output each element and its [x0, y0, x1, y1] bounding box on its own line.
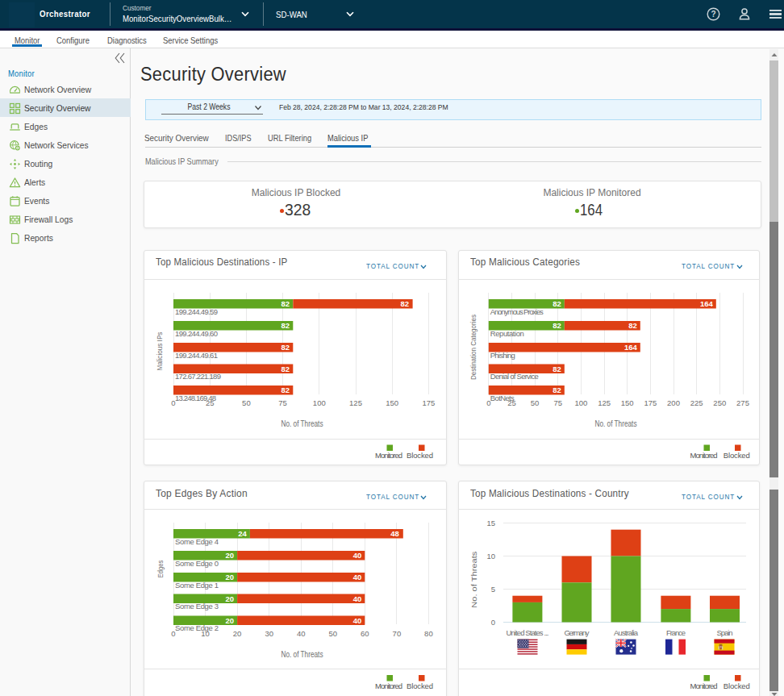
svg-text:199.244.49.59: 199.244.49.59 [175, 307, 218, 316]
svg-text:75: 75 [554, 398, 563, 407]
svg-text:20: 20 [226, 551, 235, 560]
svg-text:75: 75 [278, 398, 287, 407]
svg-text:172.67.221.189: 172.67.221.189 [175, 372, 221, 381]
svg-text:25: 25 [206, 398, 215, 407]
svg-text:50: 50 [242, 398, 251, 407]
svg-text:24: 24 [238, 529, 247, 538]
svg-text:Blocked: Blocked [724, 451, 750, 460]
svg-text:50: 50 [329, 629, 338, 638]
svg-text:250: 250 [713, 398, 726, 407]
svg-text:150: 150 [621, 398, 634, 407]
svg-text:30: 30 [265, 629, 273, 638]
svg-text:Blocked: Blocked [407, 451, 433, 460]
svg-text:0: 0 [171, 629, 175, 638]
svg-text:125: 125 [598, 398, 611, 407]
svg-text:40: 40 [353, 594, 362, 603]
svg-text:Germany: Germany [565, 628, 590, 637]
svg-text:164: 164 [624, 343, 638, 352]
svg-text:150: 150 [386, 398, 398, 407]
svg-text:15: 15 [486, 519, 495, 527]
svg-text:United States ...: United States ... [507, 628, 549, 637]
svg-text:164: 164 [700, 299, 714, 308]
svg-text:40: 40 [353, 573, 362, 581]
svg-text:No. of Threats: No. of Threats [595, 419, 637, 428]
svg-text:70: 70 [393, 629, 402, 638]
svg-text:82: 82 [553, 365, 561, 373]
svg-text:82: 82 [553, 299, 561, 308]
svg-text:Blocked: Blocked [724, 681, 750, 690]
svg-text:82: 82 [281, 321, 290, 330]
svg-text:Destination Categories: Destination Categories [469, 315, 478, 380]
svg-text:10: 10 [486, 552, 495, 561]
svg-text:10: 10 [201, 629, 210, 638]
svg-text:Blocked: Blocked [407, 681, 433, 690]
svg-text:Monitored: Monitored [690, 681, 718, 690]
svg-text:Some Edge 3: Some Edge 3 [175, 602, 219, 611]
svg-text:Phishing: Phishing [490, 351, 515, 360]
svg-text:175: 175 [644, 398, 657, 407]
svg-text:82: 82 [281, 365, 290, 373]
svg-text:Monitored: Monitored [375, 681, 402, 690]
svg-text:225: 225 [690, 398, 703, 407]
svg-text:40: 40 [353, 616, 362, 625]
svg-text:20: 20 [233, 629, 242, 638]
svg-text:Spain: Spain [717, 628, 733, 637]
svg-text:40: 40 [297, 629, 306, 638]
svg-text:Reputation: Reputation [490, 329, 524, 338]
svg-text:82: 82 [400, 299, 409, 308]
svg-text:275: 275 [736, 398, 749, 407]
svg-text:Some Edge 4: Some Edge 4 [175, 537, 219, 546]
svg-text:Some Edge 0: Some Edge 0 [175, 559, 219, 568]
svg-text:Edges: Edges [156, 560, 165, 577]
svg-text:Denial of Service: Denial of Service [490, 372, 539, 381]
svg-text:40: 40 [353, 551, 362, 560]
svg-text:82: 82 [553, 321, 561, 330]
svg-text:82: 82 [628, 321, 637, 330]
svg-text:Anonymous Proxies: Anonymous Proxies [490, 307, 544, 316]
svg-text:20: 20 [226, 616, 235, 625]
svg-text:199.244.49.61: 199.244.49.61 [175, 351, 218, 360]
svg-text:125: 125 [349, 398, 362, 407]
svg-text:No. of Threats: No. of Threats [281, 650, 323, 659]
svg-text:No. of Threats: No. of Threats [469, 551, 478, 607]
svg-text:82: 82 [281, 343, 290, 352]
svg-text:0: 0 [486, 398, 490, 407]
svg-text:175: 175 [422, 398, 435, 407]
svg-text:48: 48 [390, 529, 399, 538]
svg-text:0: 0 [171, 398, 175, 407]
svg-text:60: 60 [361, 629, 369, 638]
svg-text:0: 0 [491, 618, 495, 627]
svg-text:82: 82 [281, 299, 290, 308]
svg-text:Some Edge 1: Some Edge 1 [175, 581, 219, 590]
svg-text:82: 82 [553, 386, 561, 394]
svg-text:200: 200 [667, 398, 680, 407]
svg-text:80: 80 [424, 629, 433, 638]
svg-text:Some Edge 2: Some Edge 2 [175, 623, 219, 632]
svg-text:France: France [666, 628, 686, 637]
svg-text:5: 5 [491, 585, 495, 594]
svg-text:20: 20 [226, 594, 235, 603]
svg-text:?: ? [711, 10, 715, 19]
svg-text:100: 100 [313, 398, 326, 407]
svg-text:50: 50 [531, 398, 540, 407]
svg-text:Australia: Australia [614, 628, 639, 637]
svg-text:No. of Threats: No. of Threats [281, 419, 323, 428]
svg-text:Monitored: Monitored [375, 451, 402, 460]
svg-text:25: 25 [507, 398, 516, 407]
svg-text:82: 82 [281, 386, 290, 394]
svg-text:199.244.49.60: 199.244.49.60 [175, 329, 218, 338]
svg-text:100: 100 [574, 398, 587, 407]
svg-text:20: 20 [226, 573, 235, 581]
svg-text:Monitored: Monitored [690, 451, 718, 460]
svg-text:Malicious IPs: Malicious IPs [156, 331, 165, 370]
